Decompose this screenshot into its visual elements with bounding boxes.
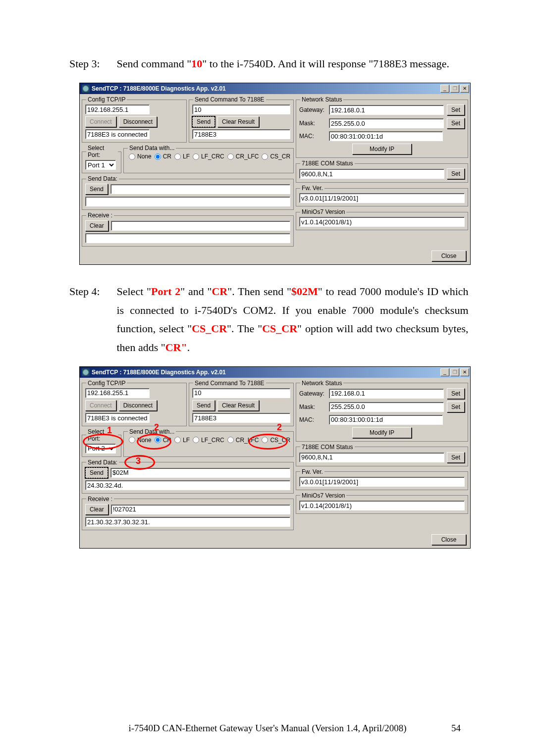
command-input[interactable] bbox=[192, 104, 290, 114]
mac-label: MAC: bbox=[299, 416, 329, 423]
disconnect-button[interactable]: Disconnect bbox=[119, 400, 157, 411]
receive-clear-button[interactable]: Clear bbox=[85, 220, 108, 231]
radio-lf[interactable] bbox=[174, 153, 181, 160]
radio-lf[interactable] bbox=[174, 437, 181, 443]
disconnect-button[interactable]: Disconnect bbox=[119, 116, 157, 127]
receive-legend: Receive : bbox=[86, 496, 114, 503]
network-status-group: Network Status Gateway: Set Mask: Set MA… bbox=[296, 96, 468, 158]
document-page: Step 3: Send command "10" to the i-7540D… bbox=[0, 0, 535, 756]
send-command-group: Send Command To 7188E Send Clear Result … bbox=[189, 96, 294, 143]
send-data-input[interactable] bbox=[110, 468, 290, 478]
fw-ver-legend: Fw. Ver. bbox=[300, 185, 324, 192]
com-status-group: 7188E COM Status Set bbox=[296, 444, 468, 466]
select-port-group: Select Port: Port 2 bbox=[82, 428, 121, 457]
config-tcpip-group: Config TCP/IP Connect Disconnect 7188E3 … bbox=[82, 96, 187, 143]
clear-result-button[interactable]: Clear Result bbox=[217, 116, 259, 127]
close-app-button[interactable]: Close bbox=[431, 251, 466, 261]
fw-ver-group: Fw. Ver. v3.0.01[11/19/2001] bbox=[296, 185, 468, 206]
radio-lfcrc[interactable] bbox=[193, 437, 199, 443]
gateway-set-button[interactable]: Set bbox=[447, 388, 465, 399]
connect-button[interactable]: Connect bbox=[85, 116, 116, 127]
mask-input[interactable] bbox=[329, 402, 444, 412]
window-title: SendTCP : 7188E/8000E Diagnostics App. v… bbox=[92, 85, 439, 92]
mac-input[interactable] bbox=[329, 415, 443, 425]
com-status-input[interactable] bbox=[299, 453, 444, 462]
receive-input[interactable] bbox=[111, 504, 290, 514]
radio-crlfc[interactable] bbox=[227, 437, 234, 443]
gateway-set-button[interactable]: Set bbox=[447, 104, 465, 115]
send-data-with-legend: Send Data with... bbox=[128, 428, 176, 435]
com-status-set-button[interactable]: Set bbox=[447, 168, 465, 179]
connect-button[interactable]: Connect bbox=[85, 400, 116, 411]
sendtcp-window-1: SendTCP : 7188E/8000E Diagnostics App. v… bbox=[79, 83, 471, 265]
radio-cr[interactable] bbox=[155, 437, 161, 443]
com-status-input[interactable] bbox=[299, 169, 444, 179]
com-status-legend: 7188E COM Status bbox=[300, 444, 354, 451]
send-data-input[interactable] bbox=[110, 184, 290, 194]
receive-input[interactable] bbox=[111, 221, 290, 231]
com-status-set-button[interactable]: Set bbox=[447, 452, 465, 463]
page-number: 54 bbox=[451, 723, 461, 734]
step3-text-pre: Send command " bbox=[117, 57, 192, 70]
ip-input[interactable] bbox=[85, 104, 150, 114]
mask-set-button[interactable]: Set bbox=[447, 402, 465, 412]
command-input[interactable] bbox=[192, 388, 290, 398]
restore-button[interactable]: ❐ bbox=[450, 368, 459, 376]
modify-ip-button[interactable]: Modify IP bbox=[352, 144, 412, 154]
radio-none[interactable] bbox=[129, 153, 135, 160]
send-command-group: Send Command To 7188E Send Clear Result … bbox=[189, 380, 294, 426]
restore-button[interactable]: ❐ bbox=[450, 85, 459, 93]
titlebar[interactable]: SendTCP : 7188E/8000E Diagnostics App. v… bbox=[80, 83, 470, 94]
conn-status: 7188E3 is connected bbox=[85, 413, 150, 423]
fw-ver-legend: Fw. Ver. bbox=[300, 468, 324, 475]
send-data-group: Send Data: Send 24.30.32.4d. bbox=[82, 459, 294, 494]
clear-result-button[interactable]: Clear Result bbox=[217, 400, 259, 411]
send-data-result: 24.30.32.4d. bbox=[85, 480, 290, 490]
close-button[interactable]: ✕ bbox=[460, 85, 469, 93]
send-command-button[interactable]: Send bbox=[192, 116, 215, 127]
mac-input[interactable] bbox=[329, 131, 443, 141]
config-tcpip-group: Config TCP/IP Connect Disconnect 7188E3 … bbox=[82, 380, 187, 426]
gateway-input[interactable] bbox=[329, 105, 444, 115]
app-icon bbox=[82, 368, 90, 376]
send-data-with-legend: Send Data with... bbox=[128, 145, 176, 151]
port-select[interactable]: Port 2 bbox=[85, 444, 116, 454]
minimize-button[interactable]: _ bbox=[440, 85, 449, 93]
step4-cr: CR bbox=[212, 285, 227, 298]
mask-set-button[interactable]: Set bbox=[447, 118, 465, 129]
send-data-button[interactable]: Send bbox=[85, 467, 108, 478]
minimize-button[interactable]: _ bbox=[440, 368, 449, 376]
radio-crlfc[interactable] bbox=[227, 153, 234, 160]
send-data-legend: Send Data: bbox=[86, 175, 119, 182]
receive-clear-button[interactable]: Clear bbox=[85, 504, 108, 515]
step4-02m: $02M bbox=[291, 285, 318, 298]
radio-lfcrc[interactable] bbox=[193, 153, 199, 160]
radio-cr[interactable] bbox=[155, 153, 161, 160]
app-icon bbox=[82, 85, 90, 93]
radio-none[interactable] bbox=[129, 437, 135, 443]
com-status-group: 7188E COM Status Set bbox=[296, 160, 468, 183]
ip-input[interactable] bbox=[85, 388, 150, 398]
radio-cscr[interactable] bbox=[262, 153, 268, 160]
step4-block: Step 4: Select "Port 2" and "CR". Then s… bbox=[69, 282, 481, 356]
send-command-button[interactable]: Send bbox=[192, 400, 215, 411]
radio-cscr[interactable] bbox=[262, 437, 268, 443]
send-command-legend: Send Command To 7188E bbox=[193, 96, 266, 103]
port-select[interactable]: Port 1 bbox=[85, 160, 116, 170]
select-port-legend: Select Port: bbox=[86, 428, 118, 442]
fw-ver-group: Fw. Ver. v3.0.01[11/19/2001] bbox=[296, 468, 468, 490]
send-data-with-group: Send Data with... None CR LF LF_CRC CR_L… bbox=[123, 428, 294, 457]
mask-label: Mask: bbox=[299, 120, 329, 127]
close-app-button[interactable]: Close bbox=[431, 534, 466, 545]
gateway-input[interactable] bbox=[329, 389, 444, 399]
minios-legend: MiniOs7 Version bbox=[300, 208, 346, 215]
close-button[interactable]: ✕ bbox=[460, 368, 469, 376]
modify-ip-button[interactable]: Modify IP bbox=[352, 427, 412, 438]
titlebar[interactable]: SendTCP : 7188E/8000E Diagnostics App. v… bbox=[80, 367, 470, 378]
sendtcp-window-2: SendTCP : 7188E/8000E Diagnostics App. v… bbox=[79, 366, 471, 549]
step3-cmd-10: 10 bbox=[191, 57, 202, 70]
gateway-label: Gateway: bbox=[299, 390, 329, 397]
send-data-button[interactable]: Send bbox=[85, 184, 108, 195]
mask-input[interactable] bbox=[329, 118, 444, 128]
minios-value: v1.0.14(2001/8/1) bbox=[299, 217, 465, 227]
